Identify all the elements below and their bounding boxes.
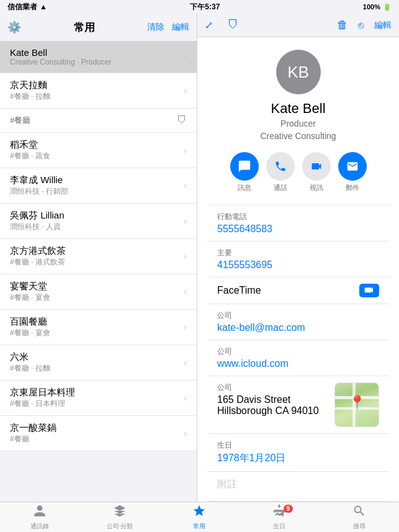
favorites-tab-icon	[192, 504, 206, 521]
video-action-button[interactable]: 視訊	[302, 152, 331, 192]
left-nav-title: 常用	[74, 20, 95, 35]
email1-row[interactable]: 公司 kate-bell@mac.com	[207, 304, 389, 340]
facetime-video-icon	[359, 284, 379, 297]
contact-name: 李韋成 Willie	[10, 174, 184, 186]
tab-birthday[interactable]: 9 生日	[240, 502, 320, 532]
status-bar-left: 信信業者 ▲	[7, 2, 47, 12]
edit-button[interactable]: 編輯	[172, 22, 189, 33]
contact-sub: 潤恒科技 · 行銷部	[10, 186, 184, 197]
notes-row[interactable]: 附註	[207, 472, 389, 502]
url1-value: www.icloud.com	[217, 358, 379, 369]
chevron-icon: ›	[184, 216, 187, 226]
share-icon[interactable]: ⎋	[358, 20, 364, 31]
company-tab-icon	[113, 504, 127, 521]
phone1-label: 行動電話	[217, 212, 379, 222]
settings-button[interactable]: ⚙️	[7, 20, 21, 34]
map-thumbnail[interactable]: 📍	[334, 382, 379, 427]
section-header-restaurant: #餐廳 ⛉	[0, 109, 197, 133]
chevron-icon: ›	[184, 251, 187, 261]
contact-item-7[interactable]: 百園餐廳 #餐廳 · 宴會 ›	[0, 310, 197, 345]
left-nav-bar: ⚙️ 常用 清除 編輯	[0, 14, 197, 41]
address-row[interactable]: 公司 165 Davis Street Hillsborough CA 9401…	[207, 376, 389, 434]
video-icon-circle	[302, 152, 331, 181]
tab-favorites[interactable]: 常用	[159, 502, 240, 532]
call-action-label: 通話	[274, 183, 287, 192]
message-action-button[interactable]: 訊息	[230, 152, 259, 192]
contact-name: 京東屋日本料理	[10, 387, 184, 399]
phone1-value: 5555648583	[217, 223, 379, 235]
tab-contacts[interactable]: 通訊錄	[0, 502, 80, 532]
email1-value: kate-bell@mac.com	[217, 322, 379, 333]
tab-company[interactable]: 公司·分類	[80, 502, 160, 532]
address-line1: 165 Davis Street	[217, 394, 327, 405]
contact-sub: #餐廳 · 宴會	[10, 292, 184, 303]
contact-name: Kate Bell	[10, 47, 184, 58]
contact-name: 吳佩芬 Lillian	[10, 210, 184, 222]
url1-label: 公司	[217, 346, 379, 357]
chevron-icon: ›	[184, 86, 187, 96]
right-edit-button[interactable]: 編輯	[374, 20, 392, 31]
search-tab-label: 搜尋	[353, 522, 365, 531]
contact-item-8[interactable]: 六米 #餐廳 · 拉麵 ›	[0, 345, 197, 381]
contact-sub: #餐廳 · 拉麵	[10, 363, 184, 374]
clear-button[interactable]: 清除	[147, 22, 164, 33]
tree-icon: ⛉	[177, 115, 187, 126]
phone2-value: 4155553695	[217, 259, 379, 271]
contact-item-kate-bell[interactable]: Kate Bell Creative Consulting · Producer…	[0, 41, 197, 73]
contact-item-3[interactable]: 李韋成 Willie 潤恒科技 · 行銷部 ›	[0, 168, 197, 204]
chevron-icon: ›	[184, 428, 187, 438]
expand-icon[interactable]: ⤢	[205, 19, 213, 31]
contact-name: 京方港式飲茶	[10, 245, 184, 257]
contact-item-2[interactable]: 稻禾堂 #餐廳 · 蔬食 ›	[0, 133, 197, 168]
url1-row[interactable]: 公司 www.icloud.com	[207, 340, 389, 376]
message-action-label: 訊息	[238, 183, 251, 192]
mail-action-button[interactable]: 郵件	[338, 152, 367, 192]
video-action-label: 視訊	[310, 183, 323, 192]
contact-sub: #餐廳	[10, 434, 184, 444]
phone2-label: 主要	[217, 248, 379, 258]
section-header-label: #餐廳	[10, 115, 30, 126]
contact-full-name: Kate Bell	[271, 101, 325, 117]
contact-sub: #餐廳 · 港式飲茶	[10, 257, 184, 268]
map-pin-icon: 📍	[349, 395, 365, 412]
left-panel: ⚙️ 常用 清除 編輯 Kate Bell Creative Consultin…	[0, 14, 197, 502]
birthday-row[interactable]: 生日 1978年1月20日	[207, 434, 389, 472]
birthday-value: 1978年1月20日	[217, 452, 379, 465]
delete-icon[interactable]: 🗑	[337, 19, 348, 32]
contact-sub: #餐廳 · 宴會	[10, 328, 184, 338]
facetime-label: FaceTime	[217, 285, 261, 296]
right-nav-right-actions: 🗑 ⎋ 編輯	[337, 19, 392, 32]
battery-icon: 🔋	[383, 3, 392, 11]
call-action-button[interactable]: 通話	[266, 152, 295, 192]
main-container: ⚙️ 常用 清除 編輯 Kate Bell Creative Consultin…	[0, 14, 399, 502]
contact-item-9[interactable]: 京東屋日本料理 #餐廳 · 日本料理 ›	[0, 381, 197, 416]
action-buttons: 訊息 通話 視訊 郵件	[207, 152, 389, 192]
avatar: KB	[276, 50, 321, 94]
address-label: 公司	[217, 382, 327, 393]
phone2-row[interactable]: 主要 4155553695	[207, 241, 389, 277]
right-nav-bar: ⤢ ⛉ 🗑 ⎋ 編輯	[197, 14, 399, 37]
right-nav-left-actions: ⤢ ⛉	[205, 19, 239, 32]
contact-item-10[interactable]: 京一酸菜鍋 #餐廳 ›	[0, 416, 197, 451]
chevron-icon: ›	[184, 52, 187, 62]
tree-nav-icon[interactable]: ⛉	[228, 19, 239, 32]
contact-sub: 潤恒科技 · 人資	[10, 222, 184, 232]
phone1-row[interactable]: 行動電話 5555648583	[207, 205, 389, 241]
contact-name: 宴饗天堂	[10, 281, 184, 292]
birthday-tab-label: 生日	[273, 522, 285, 531]
call-icon-circle	[266, 152, 295, 181]
contact-sub: #餐廳 · 日本料理	[10, 399, 184, 409]
address-line2: Hillsborough CA 94010	[217, 405, 327, 417]
contact-name: 稻禾堂	[10, 139, 184, 151]
info-section: 行動電話 5555648583 主要 4155553695 FaceTime	[207, 205, 389, 502]
search-tab-icon	[352, 504, 366, 521]
contact-item-1[interactable]: 京天拉麵 #餐廳 · 拉麵 ›	[0, 73, 197, 109]
contact-title: Producer Creative Consulting	[260, 118, 336, 142]
contact-sub: #餐廳 · 蔬食	[10, 151, 184, 161]
contact-detail: KB Kate Bell Producer Creative Consultin…	[197, 37, 399, 502]
facetime-row[interactable]: FaceTime	[207, 277, 389, 304]
contact-item-4[interactable]: 吳佩芬 Lillian 潤恒科技 · 人資 ›	[0, 204, 197, 239]
contact-item-5[interactable]: 京方港式飲茶 #餐廳 · 港式飲茶 ›	[0, 239, 197, 274]
tab-search[interactable]: 搜尋	[319, 502, 399, 532]
contact-item-6[interactable]: 宴饗天堂 #餐廳 · 宴會 ›	[0, 274, 197, 310]
